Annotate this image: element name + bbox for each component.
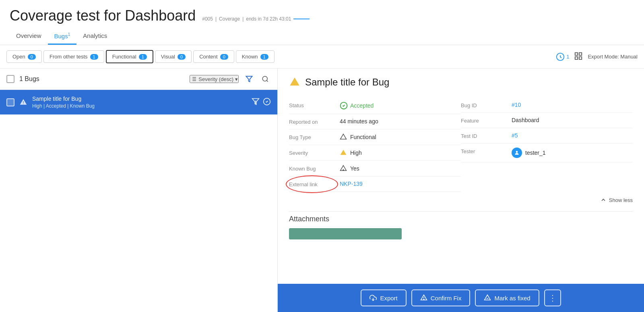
confirm-fix-icon (420, 294, 427, 302)
field-status: Status Accepted (289, 98, 461, 114)
svg-point-12 (262, 76, 267, 81)
export-button[interactable]: Export (361, 289, 406, 306)
attachment-bar (289, 228, 402, 239)
bug-type-value: Functional (340, 133, 376, 141)
test-type: Coverage (219, 16, 240, 22)
status-label: Status (289, 102, 333, 108)
known-bug-icon (340, 165, 347, 172)
filter-functional[interactable]: Functional 1 (106, 50, 153, 63)
bug-id-value: #10 (512, 102, 521, 108)
test-id-value: #5 (512, 132, 518, 139)
field-known-bug: Known Bug Yes (289, 161, 461, 177)
field-tester: Tester tester_1 (461, 144, 633, 162)
frame-icon[interactable] (574, 52, 583, 62)
field-external-link: External link NKP-139 (289, 177, 461, 192)
avatar (512, 148, 522, 158)
external-link-label: External link (289, 181, 333, 187)
export-mode-label: Export Mode: Manual (588, 54, 638, 60)
page-header: Coverage test for Dashboard #005 | Cover… (0, 0, 644, 45)
external-link-value[interactable]: NKP-139 (340, 181, 363, 187)
avatar-icon (514, 150, 520, 156)
select-all-checkbox[interactable] (6, 75, 14, 83)
chevron-up-icon (600, 197, 607, 203)
test-meta: #005 | Coverage | ends in 7d 22h 43:01 (202, 16, 310, 22)
bug-id-label: Bug ID (461, 102, 505, 108)
svg-marker-21 (290, 77, 299, 85)
reported-value: 44 minutes ago (340, 118, 378, 125)
filter-content[interactable]: Content 0 (193, 50, 234, 63)
tab-overview[interactable]: Overview (10, 28, 48, 45)
filter-open[interactable]: Open 0 (6, 50, 42, 63)
meta-line (293, 19, 310, 19)
more-options-button[interactable]: ⋮ (544, 289, 561, 306)
export-count-icon[interactable]: 1 (556, 52, 569, 61)
bug-meta: High | Accepted | Known Bug (32, 103, 247, 109)
test-ends: ends in 7d 22h 43:01 (246, 16, 291, 22)
bug-list: Sample title for Bug High | Accepted | K… (0, 90, 277, 114)
svg-rect-3 (575, 56, 578, 59)
severity-icon (340, 149, 347, 156)
filter-known[interactable]: Known 1 (236, 50, 275, 63)
reported-label: Reported on (289, 118, 333, 125)
filter-from-other-tests[interactable]: From other tests 1 (43, 50, 104, 63)
table-row[interactable]: Sample title for Bug High | Accepted | K… (0, 90, 277, 114)
bug-type-label: Bug Type (289, 133, 333, 140)
bug-title: Sample title for Bug (32, 96, 247, 102)
bug-accept-icon[interactable] (263, 98, 271, 107)
svg-marker-23 (341, 134, 347, 139)
feature-value: Dashboard (512, 117, 539, 123)
field-test-id: Test ID #5 (461, 128, 633, 144)
svg-rect-2 (579, 52, 582, 55)
action-bar: Export Confirm Fix Mark as fixed ⋮ (278, 284, 644, 312)
right-panel: Sample title for Bug Status Accepted Rep… (278, 69, 644, 312)
filter-icon-btn[interactable] (244, 73, 255, 85)
status-value: Accepted (340, 102, 374, 110)
svg-point-26 (343, 170, 344, 171)
svg-point-27 (516, 151, 518, 153)
detail-left-col: Status Accepted Reported on 44 minutes a… (289, 98, 461, 192)
test-id-label: Test ID (461, 132, 505, 139)
filter-visual[interactable]: Visual 0 (155, 50, 192, 63)
page-title: Coverage test for Dashboard (10, 7, 196, 24)
filter-bar: Open 0 From other tests 1 Functional 1 V… (0, 45, 644, 69)
list-header: 1 Bugs Severity (desc) ▾ (0, 69, 277, 90)
nav-tabs: Overview Bugs1 Analytics (10, 28, 634, 45)
filter-icon-group: 1 Export Mode: Manual (556, 52, 638, 62)
main-content: 1 Bugs Severity (desc) ▾ Sample title fo… (0, 69, 644, 312)
svg-marker-11 (246, 76, 252, 82)
severity-value: High (340, 149, 362, 156)
svg-rect-4 (579, 56, 582, 59)
bug-checkbox[interactable] (6, 98, 14, 106)
test-id: #005 (202, 16, 213, 22)
tester-value: tester_1 (512, 148, 546, 158)
confirm-fix-button[interactable]: Confirm Fix (411, 289, 471, 306)
left-panel: 1 Bugs Severity (desc) ▾ Sample title fo… (0, 69, 278, 312)
svg-point-19 (255, 102, 256, 103)
attachments-section: Attachments (289, 215, 633, 239)
field-bug-id: Bug ID #10 (461, 98, 633, 113)
tab-bugs[interactable]: Bugs1 (48, 28, 77, 45)
svg-line-13 (266, 80, 268, 81)
search-icon-btn[interactable] (260, 73, 271, 85)
svg-rect-1 (575, 52, 578, 55)
mark-as-fixed-button[interactable]: Mark as fixed (475, 289, 539, 306)
accepted-icon (340, 102, 348, 110)
mark-fixed-icon (484, 294, 491, 302)
sort-button[interactable]: Severity (desc) ▾ (190, 75, 239, 83)
bug-count-label: 1 Bugs (19, 75, 185, 83)
show-less[interactable]: Show less (289, 192, 633, 208)
svg-marker-24 (341, 150, 347, 155)
bug-filter-icon[interactable] (252, 98, 260, 107)
svg-point-31 (423, 299, 424, 300)
tester-label: Tester (461, 148, 505, 154)
tab-analytics[interactable]: Analytics (76, 28, 114, 45)
svg-point-16 (23, 103, 24, 104)
detail-right-col: Bug ID #10 Feature Dashboard Test ID #5 … (461, 98, 633, 192)
bug-item-actions (252, 98, 271, 107)
field-bug-type: Bug Type Functional (289, 129, 461, 145)
detail-severity-icon (289, 77, 300, 88)
feature-label: Feature (461, 117, 505, 124)
bug-item-content: Sample title for Bug High | Accepted | K… (32, 96, 247, 109)
divider (289, 211, 633, 212)
field-severity: Severity High (289, 145, 461, 161)
